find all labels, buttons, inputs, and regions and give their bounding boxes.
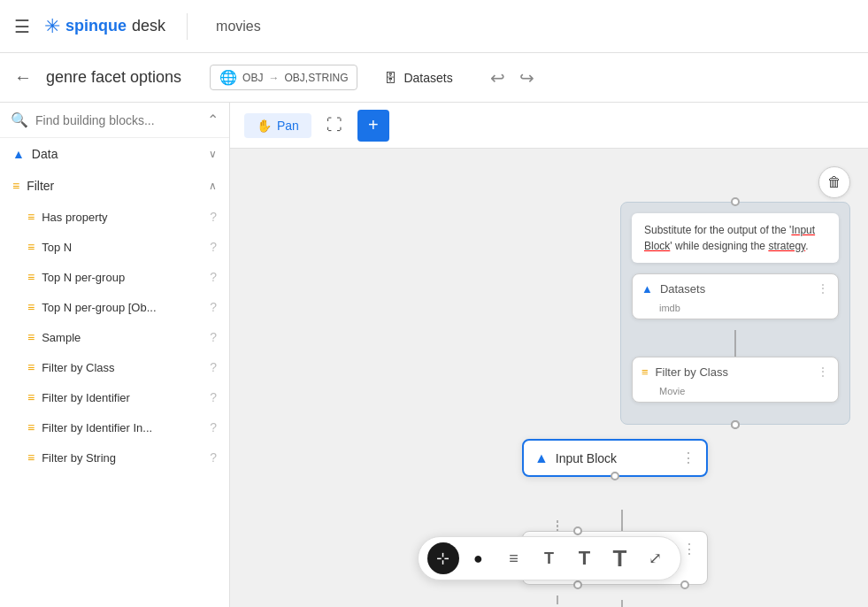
logo-desk: desk (132, 17, 165, 35)
sidebar-item-filter-by-identifier-in[interactable]: ≡ Filter by Identifier In... ? (0, 412, 229, 442)
filter-by-identifier-label: Filter by Identifier (42, 391, 203, 404)
fullscreen-tool-btn[interactable]: ⤢ (640, 542, 672, 574)
strategy-filter-class-title: Filter by Class (656, 365, 810, 379)
filter-section-icon: ≡ (12, 179, 19, 193)
fit-icon: ⛶ (326, 116, 342, 134)
strategy-datasets-menu-icon[interactable]: ⋮ (817, 281, 829, 296)
align-tool-btn[interactable]: ≡ (498, 542, 530, 574)
filter-by-identifier-help[interactable]: ? (210, 390, 217, 404)
sidebar-item-filter-by-string[interactable]: ≡ Filter by String ? (0, 442, 229, 473)
sidebar-section-data[interactable]: ▲ Data ∨ (0, 138, 229, 170)
input-block-title: Input Block (556, 451, 674, 465)
fullscreen-icon: ⤢ (649, 549, 662, 568)
filter-class-output-connector[interactable] (731, 420, 740, 429)
palette-icon: ● (473, 549, 483, 568)
undo-redo-group: ↩ ↪ (487, 64, 538, 92)
strategy-panel: Substitute for the output of the 'Input … (620, 202, 850, 425)
filter-by-identifier-in-help[interactable]: ? (210, 420, 217, 434)
palette-tool-btn[interactable]: ● (463, 542, 495, 574)
sidebar-section-filter[interactable]: ≡ Filter ∧ (0, 170, 229, 202)
filter-class-input-connector[interactable] (731, 197, 740, 206)
fit-tool-button[interactable]: ⛶ (319, 110, 350, 142)
top-n-per-group-label: Top N per-group (42, 271, 203, 284)
sidebar: 🔍 ⌃ ▲ Data ∨ ≡ Filter ∧ ≡ Has property ? (0, 103, 230, 607)
sidebar-item-filter-by-class[interactable]: ≡ Filter by Class ? (0, 352, 229, 382)
filter-by-string-icon: ≡ (27, 450, 35, 465)
filter-by-class-help[interactable]: ? (210, 360, 217, 374)
sidebar-item-top-n-per-group[interactable]: ≡ Top N per-group ? (0, 262, 229, 292)
add-icon: + (368, 115, 379, 135)
sidebar-item-has-property[interactable]: ≡ Has property ? (0, 202, 229, 232)
filter-section-chevron: ∧ (209, 180, 217, 192)
canvas-area: ✋ Pan ⛶ + (230, 103, 868, 607)
text-xl-icon: T (613, 545, 627, 572)
pan-label: Pan (277, 119, 299, 133)
hamburger-icon[interactable]: ☰ (14, 16, 30, 37)
has-property-label: Has property (42, 211, 203, 224)
back-button[interactable]: ← (14, 67, 32, 88)
add-tool-button[interactable]: + (357, 110, 389, 142)
top-n-label: Top N (42, 241, 203, 254)
redo-button[interactable]: ↪ (516, 64, 538, 92)
canvas-toolbar: ✋ Pan ⛶ + (230, 103, 868, 149)
sample-help[interactable]: ? (210, 330, 217, 344)
top-n-per-group-ob-help[interactable]: ? (210, 300, 217, 314)
type-arrow: → (268, 72, 279, 84)
has-property-help[interactable]: ? (210, 210, 217, 224)
main-layout: 🔍 ⌃ ▲ Data ∨ ≡ Filter ∧ ≡ Has property ? (0, 103, 868, 607)
strategy-filter-class-node[interactable]: ≡ Filter by Class ⋮ Movie (632, 357, 839, 403)
datasets-button[interactable]: 🗄 Datasets (372, 65, 465, 90)
input-block-icon: ▲ (534, 450, 549, 466)
data-section-icon: ▲ (12, 147, 25, 161)
filter-section-label: Filter (27, 179, 202, 193)
pan-tool-button[interactable]: ✋ Pan (244, 113, 311, 138)
canvas[interactable]: ▲ Input Block ⋮ ↗ Traverse relation ⋮ ge… (230, 149, 868, 607)
undo-button[interactable]: ↩ (487, 64, 509, 92)
traverse-menu-icon[interactable]: ⋮ (682, 541, 696, 557)
has-property-icon: ≡ (27, 210, 35, 224)
filter-by-identifier-in-icon: ≡ (27, 420, 35, 434)
top-nav: ☰ ✳ spinque desk movies (0, 0, 868, 53)
sub-nav: ← genre facet options 🌐 OBJ → OBJ,STRING… (0, 53, 868, 103)
floating-toolbar: ⊹ ● ≡ T T T ⤢ (418, 536, 681, 580)
input-block-menu-icon[interactable]: ⋮ (681, 449, 695, 466)
text-large-icon: T (579, 547, 590, 570)
align-icon: ≡ (509, 549, 518, 568)
search-box: 🔍 ⌃ (0, 103, 229, 138)
traverse-output2-connector[interactable] (680, 580, 689, 589)
input-block-output-connector[interactable] (611, 472, 619, 480)
filter-by-identifier-in-label: Filter by Identifier In... (42, 421, 203, 434)
type-badge: 🌐 OBJ → OBJ,STRING (210, 65, 357, 90)
pan-icon: ✋ (257, 119, 272, 133)
sidebar-item-sample[interactable]: ≡ Sample ? (0, 322, 229, 352)
sample-icon: ≡ (27, 330, 35, 344)
strategy-filter-class-menu-icon[interactable]: ⋮ (817, 365, 829, 379)
sidebar-item-filter-by-identifier[interactable]: ≡ Filter by Identifier ? (0, 382, 229, 412)
traverse-output1-connector[interactable] (573, 580, 582, 589)
move-tool-btn[interactable]: ⊹ (427, 542, 459, 574)
strategy-datasets-node[interactable]: ▲ Datasets ⋮ imdb (632, 273, 839, 319)
output-type: OBJ,STRING (284, 72, 348, 84)
filter-by-string-help[interactable]: ? (210, 450, 217, 465)
top-n-help[interactable]: ? (210, 240, 217, 254)
strategy-connector-svg (632, 330, 839, 357)
sidebar-item-top-n[interactable]: ≡ Top N ? (0, 232, 229, 262)
delete-button[interactable]: 🗑 (818, 166, 850, 198)
app-name: movies (216, 19, 261, 35)
text-large-tool-btn[interactable]: T (569, 542, 601, 574)
sidebar-scroll: ▲ Data ∨ ≡ Filter ∧ ≡ Has property ? ≡ T… (0, 138, 229, 607)
search-icon: 🔍 (11, 111, 28, 128)
input-block-node[interactable]: ▲ Input Block ⋮ (522, 439, 708, 477)
text-tool-btn[interactable]: T (534, 542, 565, 574)
text-xl-tool-btn[interactable]: T (604, 542, 636, 574)
top-n-per-group-help[interactable]: ? (210, 270, 217, 284)
logo-spinque: spinque (65, 17, 127, 35)
strategy-datasets-icon: ▲ (641, 282, 653, 296)
data-section-label: Data (32, 147, 202, 161)
traverse-input-connector[interactable] (573, 526, 582, 535)
search-input[interactable] (35, 113, 200, 127)
sidebar-item-top-n-per-group-ob[interactable]: ≡ Top N per-group [Ob... ? (0, 292, 229, 322)
filter-by-class-label: Filter by Class (42, 361, 203, 374)
filter-by-string-label: Filter by String (42, 451, 203, 465)
collapse-icon[interactable]: ⌃ (207, 111, 219, 128)
